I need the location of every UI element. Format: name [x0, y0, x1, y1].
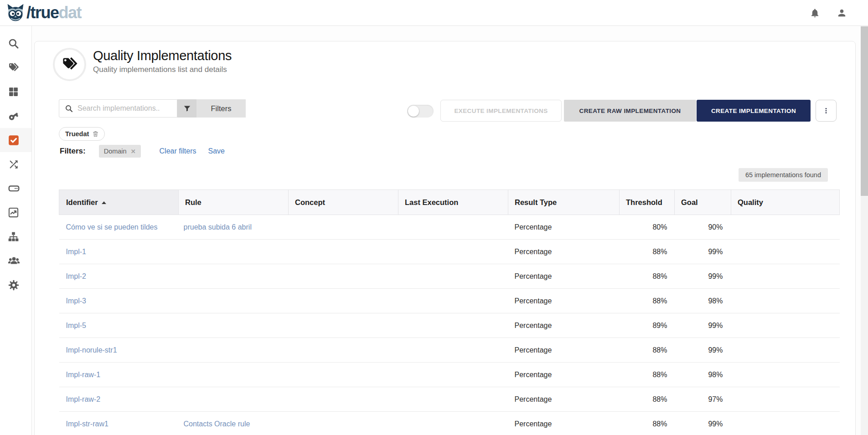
implementations-table-wrapper: Identifier Rule Concept Last Execution R… [59, 189, 839, 435]
execute-implementations-button[interactable]: EXECUTE IMPLEMENTATIONS [440, 100, 562, 122]
sidebar-item-search[interactable] [0, 31, 31, 56]
rule-cell: prueba subida 6 abril [179, 215, 289, 240]
remove-filter-icon[interactable]: ✕ [131, 148, 136, 155]
search-input-wrapper [59, 99, 177, 118]
result-type-cell: Percentage [508, 289, 620, 313]
column-header-concept[interactable]: Concept [289, 190, 398, 215]
identifier-cell-link[interactable]: Impl-3 [66, 297, 86, 305]
table-row: Impl-5Percentage89%99% [59, 313, 840, 338]
clear-filters-link[interactable]: Clear filters [160, 147, 196, 155]
rule-cell-link[interactable]: Contacts Oracle rule [184, 420, 250, 428]
execute-toggle[interactable] [407, 105, 434, 118]
threshold-cell: 88% [620, 338, 675, 363]
result-type-cell: Percentage [508, 313, 620, 338]
quality-cell [731, 338, 840, 363]
search-icon [8, 38, 20, 50]
page-scrollbar[interactable] [861, 26, 868, 435]
concept-cell [289, 412, 398, 435]
threshold-cell: 88% [620, 264, 675, 289]
column-header-rule[interactable]: Rule [179, 190, 289, 215]
sidebar-item-shuffle[interactable] [0, 152, 31, 176]
identifier-cell-link[interactable]: Impl-1 [66, 248, 86, 256]
goal-cell: 99% [675, 240, 731, 264]
sidebar-item-key[interactable] [0, 104, 31, 128]
column-header-goal[interactable]: Goal [675, 190, 731, 215]
identifier-cell-link[interactable]: Impl-2 [66, 272, 86, 280]
quality-cell [731, 313, 840, 338]
column-header-result-type[interactable]: Result Type [508, 190, 620, 215]
sort-asc-icon [102, 201, 106, 204]
sidebar-item-chart[interactable] [0, 200, 31, 225]
rule-cell [179, 313, 289, 338]
identifier-cell: Impl-3 [59, 289, 179, 313]
tag-icon [61, 56, 78, 73]
filter-chip-domain[interactable]: Domain ✕ [99, 145, 141, 158]
main-content: Quality Implementations Quality implemen… [32, 26, 868, 435]
truedat-logo[interactable]: /truedat [5, 3, 81, 23]
concept-cell [289, 215, 398, 240]
table-row: Impl-norule-str1Percentage88%99% [59, 338, 840, 363]
sidebar-item-sitemap[interactable] [0, 225, 31, 249]
sidebar-item-tags[interactable] [0, 56, 31, 80]
create-implementation-button[interactable]: CREATE IMPLEMENTATION [697, 100, 811, 122]
quality-cell [731, 412, 840, 435]
more-options-button[interactable] [816, 100, 837, 122]
quality-cell [731, 289, 840, 313]
identifier-cell-link[interactable]: Impl-str-raw1 [66, 420, 108, 428]
quality-cell [731, 363, 840, 387]
page-tag-icon-circle [53, 48, 86, 81]
filters-button[interactable]: Filters [196, 99, 246, 118]
implementations-table: Identifier Rule Concept Last Execution R… [59, 189, 840, 435]
identifier-cell: Impl-2 [59, 264, 179, 289]
result-type-cell: Percentage [508, 264, 620, 289]
sidebar-item-settings[interactable] [0, 273, 31, 297]
sidebar-item-quality[interactable] [0, 128, 31, 152]
table-row: Impl-str-raw1Contacts Oracle rulePercent… [59, 412, 840, 435]
sitemap-icon [8, 231, 19, 242]
identifier-cell-link[interactable]: Impl-5 [66, 322, 86, 329]
sidebar-item-users[interactable] [0, 249, 31, 273]
column-header-threshold[interactable]: Threshold [620, 190, 675, 215]
rule-cell [179, 338, 289, 363]
identifier-cell-link[interactable]: Impl-norule-str1 [66, 346, 117, 354]
create-raw-implementation-button[interactable]: CREATE RAW IMPLEMENTATION [564, 100, 696, 122]
table-row: Impl-raw-1Percentage88%98% [59, 363, 840, 387]
sidebar-item-grid[interactable] [0, 80, 31, 104]
trash-icon[interactable] [93, 131, 98, 137]
hard-drive-icon [8, 182, 20, 194]
domain-chip-truedat[interactable]: Truedat [59, 127, 105, 141]
column-header-last-execution[interactable]: Last Execution [398, 190, 508, 215]
rule-cell-link[interactable]: prueba subida 6 abril [184, 223, 252, 231]
filter-funnel-button[interactable] [177, 99, 196, 118]
goal-cell: 99% [675, 412, 731, 435]
result-type-cell: Percentage [508, 387, 620, 412]
user-profile-icon[interactable] [837, 8, 847, 18]
goal-cell: 99% [675, 264, 731, 289]
page-title: Quality Implementations [93, 48, 232, 63]
rule-cell [179, 289, 289, 313]
save-filters-link[interactable]: Save [208, 147, 224, 155]
shuffle-icon [8, 159, 20, 170]
quality-cell [731, 264, 840, 289]
last-execution-cell [398, 338, 508, 363]
table-header-row: Identifier Rule Concept Last Execution R… [59, 190, 840, 215]
identifier-cell-link[interactable]: Impl-raw-1 [66, 371, 101, 379]
column-header-identifier[interactable]: Identifier [59, 190, 179, 215]
search-input[interactable] [78, 104, 173, 113]
column-header-quality[interactable]: Quality [731, 190, 840, 215]
notifications-bell-icon[interactable] [810, 8, 820, 18]
goal-cell: 98% [675, 363, 731, 387]
identifier-cell-link[interactable]: Cómo ve si se pueden tildes [66, 223, 158, 231]
result-type-cell: Percentage [508, 412, 620, 435]
identifier-cell-link[interactable]: Impl-raw-2 [66, 395, 101, 403]
last-execution-cell [398, 215, 508, 240]
result-type-cell: Percentage [508, 240, 620, 264]
kebab-menu-icon [822, 107, 830, 115]
scrollbar-thumb[interactable] [861, 26, 868, 196]
rule-cell [179, 264, 289, 289]
last-execution-cell [398, 289, 508, 313]
concept-cell [289, 338, 398, 363]
last-execution-cell [398, 387, 508, 412]
table-row: Impl-1Percentage88%99% [59, 240, 840, 264]
sidebar-item-hard-drive[interactable] [0, 176, 31, 200]
